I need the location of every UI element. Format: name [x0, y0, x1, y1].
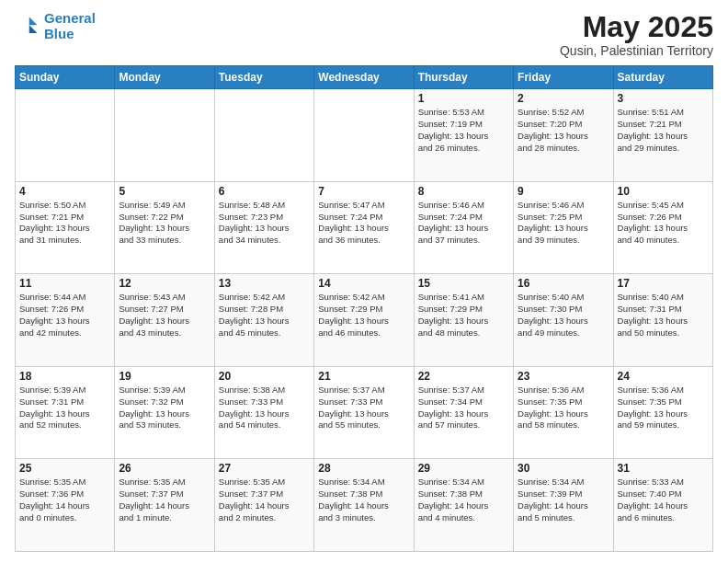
calendar-cell: 19Sunrise: 5:39 AMSunset: 7:32 PMDayligh…: [115, 366, 214, 459]
page: General Blue May 2025 Qusin, Palestinian…: [0, 0, 728, 563]
weekday-wednesday: Wednesday: [314, 66, 414, 89]
day-number: 16: [518, 277, 609, 290]
day-info: Sunrise: 5:39 AMSunset: 7:31 PMDaylight:…: [19, 385, 110, 431]
day-number: 2: [518, 92, 609, 105]
day-number: 26: [119, 462, 210, 475]
calendar-cell: 2Sunrise: 5:52 AMSunset: 7:20 PMDaylight…: [514, 89, 613, 182]
svg-marker-0: [29, 17, 38, 25]
title-block: May 2025 Qusin, Palestinian Territory: [560, 11, 713, 58]
logo: General Blue: [15, 11, 96, 41]
calendar-cell: 25Sunrise: 5:35 AMSunset: 7:36 PMDayligh…: [16, 459, 115, 552]
logo-icon: [15, 14, 40, 40]
calendar-cell: 26Sunrise: 5:35 AMSunset: 7:37 PMDayligh…: [115, 459, 214, 552]
calendar-cell: 18Sunrise: 5:39 AMSunset: 7:31 PMDayligh…: [16, 366, 115, 459]
day-info: Sunrise: 5:37 AMSunset: 7:34 PMDaylight:…: [418, 385, 509, 431]
day-number: 6: [219, 185, 310, 198]
day-info: Sunrise: 5:42 AMSunset: 7:28 PMDaylight:…: [219, 292, 310, 339]
day-info: Sunrise: 5:41 AMSunset: 7:29 PMDaylight:…: [418, 292, 509, 339]
day-info: Sunrise: 5:40 AMSunset: 7:31 PMDaylight:…: [618, 292, 709, 339]
day-number: 20: [219, 370, 310, 383]
svg-marker-1: [29, 25, 38, 33]
calendar: SundayMondayTuesdayWednesdayThursdayFrid…: [15, 65, 713, 552]
day-info: Sunrise: 5:46 AMSunset: 7:25 PMDaylight:…: [518, 200, 609, 247]
day-info: Sunrise: 5:40 AMSunset: 7:30 PMDaylight:…: [518, 292, 609, 339]
day-number: 27: [219, 462, 310, 475]
weekday-tuesday: Tuesday: [214, 66, 313, 89]
calendar-cell: 7Sunrise: 5:47 AMSunset: 7:24 PMDaylight…: [314, 181, 414, 274]
weekday-saturday: Saturday: [613, 66, 712, 89]
calendar-cell: 8Sunrise: 5:46 AMSunset: 7:24 PMDaylight…: [414, 181, 513, 274]
calendar-cell: 3Sunrise: 5:51 AMSunset: 7:21 PMDaylight…: [613, 89, 712, 182]
calendar-cell: 1Sunrise: 5:53 AMSunset: 7:19 PMDaylight…: [414, 89, 513, 182]
day-info: Sunrise: 5:36 AMSunset: 7:35 PMDaylight:…: [518, 385, 609, 431]
day-info: Sunrise: 5:35 AMSunset: 7:36 PMDaylight:…: [19, 477, 110, 523]
week-row-2: 4Sunrise: 5:50 AMSunset: 7:21 PMDaylight…: [16, 181, 713, 274]
day-info: Sunrise: 5:53 AMSunset: 7:19 PMDaylight:…: [418, 107, 509, 154]
day-info: Sunrise: 5:43 AMSunset: 7:27 PMDaylight:…: [119, 292, 210, 339]
calendar-cell: 29Sunrise: 5:34 AMSunset: 7:38 PMDayligh…: [414, 459, 513, 552]
day-info: Sunrise: 5:42 AMSunset: 7:29 PMDaylight:…: [318, 292, 409, 339]
day-info: Sunrise: 5:51 AMSunset: 7:21 PMDaylight:…: [618, 107, 709, 154]
main-title: May 2025: [560, 11, 713, 43]
day-number: 9: [518, 185, 609, 198]
calendar-cell: 20Sunrise: 5:38 AMSunset: 7:33 PMDayligh…: [214, 366, 313, 459]
day-number: 8: [418, 185, 509, 198]
calendar-cell: 30Sunrise: 5:34 AMSunset: 7:39 PMDayligh…: [514, 459, 613, 552]
day-number: 5: [119, 185, 210, 198]
weekday-thursday: Thursday: [414, 66, 513, 89]
day-info: Sunrise: 5:34 AMSunset: 7:38 PMDaylight:…: [318, 477, 409, 523]
day-info: Sunrise: 5:35 AMSunset: 7:37 PMDaylight:…: [119, 477, 210, 523]
day-info: Sunrise: 5:36 AMSunset: 7:35 PMDaylight:…: [618, 385, 709, 431]
calendar-cell: [314, 89, 414, 182]
day-number: 30: [518, 462, 609, 475]
calendar-cell: 5Sunrise: 5:49 AMSunset: 7:22 PMDaylight…: [115, 181, 214, 274]
day-info: Sunrise: 5:47 AMSunset: 7:24 PMDaylight:…: [318, 200, 409, 247]
calendar-cell: 24Sunrise: 5:36 AMSunset: 7:35 PMDayligh…: [613, 366, 712, 459]
day-info: Sunrise: 5:48 AMSunset: 7:23 PMDaylight:…: [219, 200, 310, 247]
calendar-cell: 6Sunrise: 5:48 AMSunset: 7:23 PMDaylight…: [214, 181, 313, 274]
week-row-1: 1Sunrise: 5:53 AMSunset: 7:19 PMDaylight…: [16, 89, 713, 182]
calendar-cell: [214, 89, 313, 182]
day-number: 24: [618, 370, 709, 383]
day-number: 21: [318, 370, 409, 383]
calendar-cell: 10Sunrise: 5:45 AMSunset: 7:26 PMDayligh…: [613, 181, 712, 274]
day-info: Sunrise: 5:37 AMSunset: 7:33 PMDaylight:…: [318, 385, 409, 431]
day-info: Sunrise: 5:46 AMSunset: 7:24 PMDaylight:…: [418, 200, 509, 247]
day-info: Sunrise: 5:35 AMSunset: 7:37 PMDaylight:…: [219, 477, 310, 523]
week-row-3: 11Sunrise: 5:44 AMSunset: 7:26 PMDayligh…: [16, 274, 713, 367]
week-row-4: 18Sunrise: 5:39 AMSunset: 7:31 PMDayligh…: [16, 366, 713, 459]
calendar-cell: 28Sunrise: 5:34 AMSunset: 7:38 PMDayligh…: [314, 459, 414, 552]
day-number: 18: [19, 370, 110, 383]
day-number: 28: [318, 462, 409, 475]
day-number: 19: [119, 370, 210, 383]
day-number: 12: [119, 277, 210, 290]
day-number: 14: [318, 277, 409, 290]
weekday-monday: Monday: [115, 66, 214, 89]
calendar-header: SundayMondayTuesdayWednesdayThursdayFrid…: [16, 66, 713, 89]
calendar-cell: [115, 89, 214, 182]
day-number: 3: [618, 92, 709, 105]
day-number: 17: [618, 277, 709, 290]
calendar-cell: [16, 89, 115, 182]
day-info: Sunrise: 5:39 AMSunset: 7:32 PMDaylight:…: [119, 385, 210, 431]
day-info: Sunrise: 5:49 AMSunset: 7:22 PMDaylight:…: [119, 200, 210, 247]
day-info: Sunrise: 5:50 AMSunset: 7:21 PMDaylight:…: [19, 200, 110, 247]
calendar-cell: 11Sunrise: 5:44 AMSunset: 7:26 PMDayligh…: [16, 274, 115, 367]
weekday-header-row: SundayMondayTuesdayWednesdayThursdayFrid…: [16, 66, 713, 89]
day-info: Sunrise: 5:45 AMSunset: 7:26 PMDaylight:…: [618, 200, 709, 247]
calendar-cell: 4Sunrise: 5:50 AMSunset: 7:21 PMDaylight…: [16, 181, 115, 274]
calendar-cell: 9Sunrise: 5:46 AMSunset: 7:25 PMDaylight…: [514, 181, 613, 274]
day-number: 4: [19, 185, 110, 198]
calendar-cell: 16Sunrise: 5:40 AMSunset: 7:30 PMDayligh…: [514, 274, 613, 367]
calendar-cell: 31Sunrise: 5:33 AMSunset: 7:40 PMDayligh…: [613, 459, 712, 552]
day-info: Sunrise: 5:34 AMSunset: 7:39 PMDaylight:…: [518, 477, 609, 523]
weekday-sunday: Sunday: [16, 66, 115, 89]
calendar-cell: 27Sunrise: 5:35 AMSunset: 7:37 PMDayligh…: [214, 459, 313, 552]
day-number: 10: [618, 185, 709, 198]
day-number: 31: [618, 462, 709, 475]
day-info: Sunrise: 5:52 AMSunset: 7:20 PMDaylight:…: [518, 107, 609, 154]
weekday-friday: Friday: [514, 66, 613, 89]
calendar-cell: 15Sunrise: 5:41 AMSunset: 7:29 PMDayligh…: [414, 274, 513, 367]
day-number: 22: [418, 370, 509, 383]
logo-general: General: [44, 10, 96, 26]
